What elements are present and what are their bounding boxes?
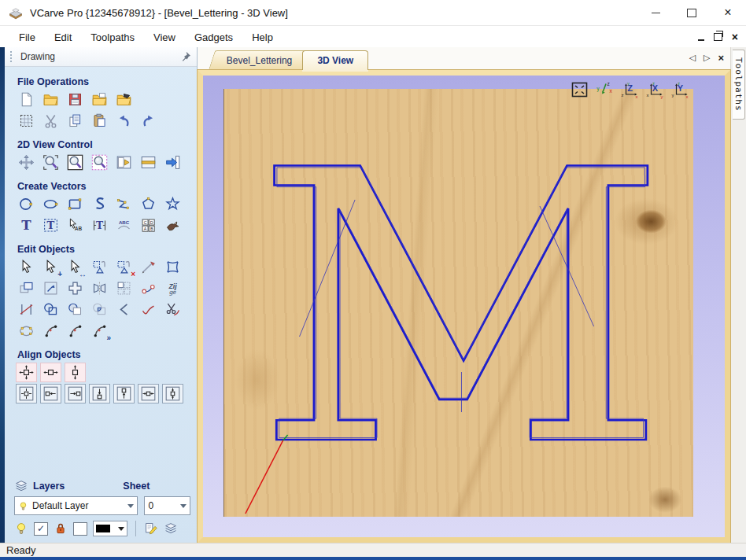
menu-item-help[interactable]: Help bbox=[242, 28, 283, 47]
open-file-icon[interactable] bbox=[40, 90, 61, 109]
close-button[interactable]: × bbox=[710, 0, 746, 25]
layer-select[interactable]: Default Layer bbox=[14, 496, 138, 515]
draw-ellipse-icon[interactable] bbox=[40, 194, 61, 214]
set-size-icon[interactable] bbox=[40, 278, 61, 298]
undo-icon[interactable] bbox=[113, 111, 135, 131]
mdi-close-icon[interactable]: × bbox=[732, 31, 738, 43]
layer-lock-icon[interactable] bbox=[54, 521, 68, 536]
array-copy-icon[interactable] bbox=[113, 278, 135, 298]
node-edit-cursor-icon[interactable]: + bbox=[40, 257, 61, 277]
align-bottom-icon[interactable] bbox=[113, 384, 135, 403]
pan-icon[interactable] bbox=[16, 153, 37, 172]
copy-icon[interactable] bbox=[65, 111, 86, 131]
cut-icon[interactable] bbox=[40, 111, 61, 131]
arc-fit-point-icon[interactable] bbox=[40, 321, 61, 341]
group-objects-icon[interactable] bbox=[89, 257, 110, 277]
move-cursor-icon[interactable]: ↔ bbox=[65, 257, 86, 277]
edit-text-icon[interactable] bbox=[65, 216, 86, 235]
flatten-layers-icon[interactable] bbox=[164, 521, 178, 536]
mirror-icon[interactable] bbox=[89, 278, 110, 298]
tab-3d-view[interactable]: 3D View bbox=[302, 50, 368, 70]
trim-vectors-icon[interactable] bbox=[162, 300, 183, 319]
toolpaths-tab[interactable]: Toolpaths bbox=[733, 50, 745, 120]
center-vertical-icon[interactable] bbox=[65, 363, 86, 382]
arc-through-points-icon[interactable]: » bbox=[89, 321, 110, 341]
draw-rectangle-icon[interactable] bbox=[65, 194, 86, 214]
layer-visible-bulb-icon[interactable] bbox=[14, 521, 28, 536]
zoom-selection-icon[interactable] bbox=[40, 153, 61, 172]
draw-text-box-icon[interactable] bbox=[40, 216, 61, 235]
zoom-extents-icon[interactable] bbox=[570, 81, 589, 98]
menu-item-view[interactable]: View bbox=[144, 28, 185, 47]
ungroup-objects-icon[interactable]: × bbox=[113, 257, 135, 277]
draw-text-icon[interactable] bbox=[16, 216, 37, 235]
weld-vectors-icon[interactable] bbox=[40, 300, 61, 319]
fillet-icon[interactable] bbox=[113, 300, 135, 319]
menu-item-file[interactable]: File bbox=[9, 28, 45, 47]
3d-view-canvas[interactable]: M M bbox=[198, 70, 730, 543]
tile-2d-3d-windows-icon[interactable] bbox=[138, 153, 159, 172]
layer-option-checkbox[interactable] bbox=[73, 522, 87, 536]
draw-curve-icon[interactable] bbox=[89, 194, 110, 214]
toggle-2d-3d-view-icon[interactable] bbox=[113, 153, 135, 172]
import-component-icon[interactable] bbox=[113, 90, 135, 109]
draw-polygon-icon[interactable] bbox=[138, 194, 159, 214]
center-vertical-box-icon[interactable] bbox=[162, 384, 183, 403]
minimize-button[interactable] bbox=[637, 0, 674, 25]
draw-star-icon[interactable] bbox=[162, 194, 183, 214]
text-kerning-icon[interactable] bbox=[162, 278, 183, 298]
mdi-minimize-icon[interactable] bbox=[698, 33, 704, 41]
intersect-vectors-icon[interactable] bbox=[89, 300, 110, 319]
move-position-icon[interactable] bbox=[65, 278, 86, 298]
align-top-icon[interactable] bbox=[89, 384, 110, 403]
center-horizontal-icon[interactable] bbox=[40, 363, 61, 382]
layer-active-checkbox[interactable]: ✓ bbox=[34, 522, 48, 536]
zoom-box-icon[interactable] bbox=[65, 153, 86, 172]
letter-blocks-icon[interactable] bbox=[138, 216, 159, 235]
join-vectors-icon[interactable] bbox=[138, 278, 159, 298]
menu-item-toolpaths[interactable]: Toolpaths bbox=[81, 28, 144, 47]
arc-3-point-icon[interactable] bbox=[65, 321, 86, 341]
y-view-icon[interactable]: Y z y x bbox=[670, 81, 690, 98]
text-on-curve-icon[interactable] bbox=[113, 216, 135, 235]
text-spacing-icon[interactable] bbox=[89, 216, 110, 235]
maximize-button[interactable] bbox=[674, 0, 710, 25]
offset-vectors-icon[interactable] bbox=[16, 278, 37, 298]
paste-icon[interactable] bbox=[89, 111, 110, 131]
tab-scroll-right-icon[interactable]: ▷ bbox=[704, 53, 710, 63]
new-file-icon[interactable] bbox=[16, 90, 37, 109]
x-view-icon[interactable]: X z x y bbox=[645, 81, 665, 98]
bird-clipart-icon[interactable] bbox=[162, 216, 183, 235]
edit-nodes-polygon-icon[interactable] bbox=[16, 321, 37, 341]
measure-between-icon[interactable] bbox=[16, 300, 37, 319]
measure-icon[interactable] bbox=[138, 257, 159, 277]
edit-layers-icon[interactable] bbox=[144, 521, 158, 536]
tab-scroll-left-icon[interactable]: ◁ bbox=[689, 53, 695, 63]
subtract-vectors-icon[interactable] bbox=[65, 300, 86, 319]
fit-curves-icon[interactable] bbox=[138, 300, 159, 319]
iso-view-icon[interactable]: z y x bbox=[595, 81, 615, 98]
sheet-select[interactable]: 0 bbox=[144, 496, 190, 515]
zoom-drawing-icon[interactable] bbox=[89, 153, 110, 172]
layer-color-swatch[interactable] bbox=[93, 521, 127, 536]
tab-close-icon[interactable]: × bbox=[718, 52, 724, 64]
distort-object-icon[interactable] bbox=[162, 257, 183, 277]
menu-item-edit[interactable]: Edit bbox=[45, 28, 81, 47]
job-setup-icon[interactable] bbox=[16, 111, 37, 131]
align-right-icon[interactable] bbox=[65, 384, 86, 403]
select-cursor-icon[interactable] bbox=[16, 257, 37, 277]
mdi-restore-icon[interactable] bbox=[714, 33, 722, 41]
draw-polyline-icon[interactable] bbox=[113, 194, 135, 214]
align-left-icon[interactable] bbox=[40, 384, 61, 403]
switch-to-toolpaths-icon[interactable] bbox=[162, 153, 183, 172]
pin-icon[interactable] bbox=[180, 51, 191, 62]
drawing-panel-header[interactable]: Drawing bbox=[5, 47, 197, 67]
panel-grip[interactable] bbox=[10, 51, 14, 62]
draw-circle-icon[interactable] bbox=[16, 194, 37, 214]
z-view-icon[interactable]: Z y z x bbox=[620, 81, 640, 98]
center-horizontal-box-icon[interactable] bbox=[138, 384, 159, 403]
import-vectors-icon[interactable] bbox=[89, 90, 110, 109]
tab-bevel-lettering[interactable]: Bevel_Lettering bbox=[209, 50, 311, 70]
save-file-icon[interactable] bbox=[65, 90, 86, 109]
center-in-material-icon[interactable] bbox=[16, 363, 37, 382]
